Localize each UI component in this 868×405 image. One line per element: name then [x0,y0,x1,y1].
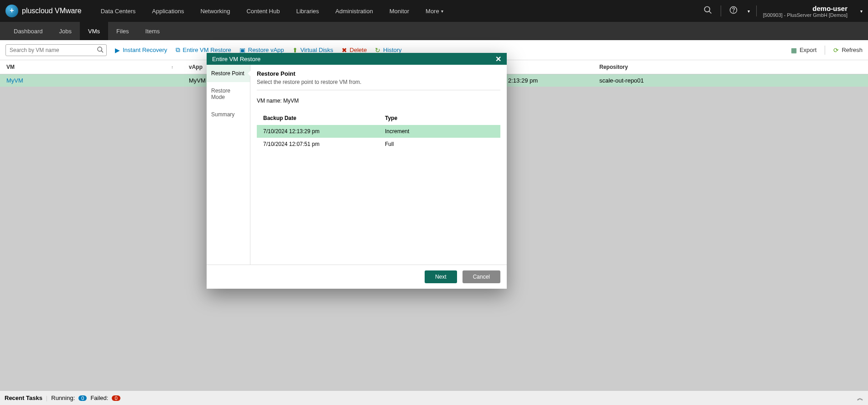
modal-header: Entire VM Restore ✕ [207,53,507,65]
rp-col-type[interactable]: Type [379,111,500,125]
rp-type: Increment [379,125,500,138]
rp-col-date[interactable]: Backup Date [257,111,379,125]
wizard-step-summary[interactable]: Summary [207,106,250,123]
modal-title: Entire VM Restore [212,56,260,62]
rp-date: 7/10/2024 12:07:51 pm [257,138,379,151]
wizard-vm-name: VM name: MyVM [257,98,500,104]
restore-modal: Entire VM Restore ✕ Restore Point Restor… [207,53,507,289]
modal-body: Restore Point Restore Mode Summary Resto… [207,65,507,265]
rp-row[interactable]: 7/10/2024 12:07:51 pm Full [257,138,500,151]
cancel-button[interactable]: Cancel [463,270,500,283]
restore-point-table: Backup Date Type 7/10/2024 12:13:29 pm I… [257,111,500,151]
modal-footer: Next Cancel [207,265,507,289]
wizard-step-restore-mode[interactable]: Restore Mode [207,82,250,106]
rp-type: Full [379,138,500,151]
wizard-step-restore-point[interactable]: Restore Point [207,65,250,82]
wizard-nav: Restore Point Restore Mode Summary [207,65,250,265]
rp-header-row: Backup Date Type [257,111,500,125]
wizard-description: Select the restore point to restore VM f… [257,79,500,90]
next-button[interactable]: Next [425,270,457,283]
close-icon[interactable]: ✕ [495,55,501,63]
rp-date: 7/10/2024 12:13:29 pm [257,125,379,138]
rp-row[interactable]: 7/10/2024 12:13:29 pm Increment [257,125,500,138]
wizard-content: Restore Point Select the restore point t… [250,65,507,265]
modal-overlay: Entire VM Restore ✕ Restore Point Restor… [0,0,868,405]
wizard-heading: Restore Point [257,70,500,77]
